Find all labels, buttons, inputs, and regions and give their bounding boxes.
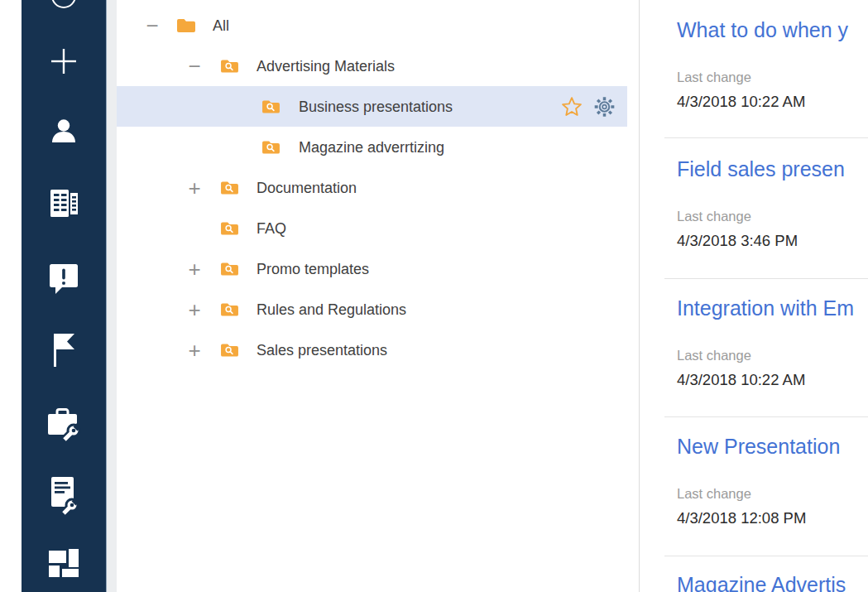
last-change-label: Last change: [677, 209, 751, 224]
article-title-link[interactable]: What to do when y: [677, 18, 848, 42]
article-divider: [664, 137, 868, 138]
dashboard-tiles-icon[interactable]: [48, 548, 79, 578]
settings-gear-icon[interactable]: [593, 95, 616, 118]
last-change-label: Last change: [677, 486, 751, 502]
folder-search-icon: [261, 99, 281, 114]
last-change-value: 4/3/2018 10:22 AM: [677, 93, 805, 111]
article-divider: [664, 278, 868, 279]
folder-tree: − All − Advertising Materials Business p…: [117, 0, 627, 389]
catalog-icon[interactable]: [48, 187, 79, 220]
contact-icon[interactable]: [50, 116, 78, 144]
feedback-bubble-icon[interactable]: [48, 262, 79, 296]
article-divider: [664, 416, 868, 417]
collapse-icon[interactable]: −: [185, 57, 204, 75]
tree-node-magazine-adverrtizing[interactable]: Magazine adverrtizing: [117, 127, 627, 167]
tree-node-label: All: [213, 17, 229, 34]
last-change-label: Last change: [677, 70, 751, 85]
tree-node-label: Rules and Regulations: [257, 301, 406, 318]
article-title-link[interactable]: Integration with Em: [677, 296, 854, 320]
folder-search-icon: [220, 301, 239, 317]
tree-node-all[interactable]: − All: [117, 5, 627, 46]
article-list: What to do when y Last change 4/3/2018 1…: [640, 0, 868, 592]
article-title-link[interactable]: New Presentation: [677, 435, 840, 459]
add-icon[interactable]: [50, 48, 77, 75]
folder-search-icon: [220, 58, 239, 74]
last-change-value: 4/3/2018 12:08 PM: [677, 509, 806, 527]
tree-node-advertising-materials[interactable]: − Advertising Materials: [117, 46, 627, 86]
tree-node-label: FAQ: [257, 219, 286, 237]
tree-node-label: Business presentations: [299, 98, 453, 115]
folder-search-icon: [220, 261, 239, 277]
tree-node-documentation[interactable]: + Documentation: [117, 167, 627, 208]
folder-search-icon: [220, 180, 239, 195]
folder-search-icon: [220, 342, 239, 358]
collapse-icon[interactable]: −: [143, 17, 161, 35]
tree-node-promo-templates[interactable]: + Promo templates: [117, 248, 627, 289]
folder-icon: [176, 17, 196, 34]
expand-icon[interactable]: +: [185, 341, 204, 359]
expand-icon[interactable]: +: [185, 179, 204, 197]
tree-node-rules-and-regulations[interactable]: + Rules and Regulations: [117, 289, 627, 330]
folder-search-icon: [261, 139, 281, 155]
tree-scroll-gutter[interactable]: [106, 0, 117, 592]
flag-icon[interactable]: [51, 333, 76, 368]
tree-node-label: Documentation: [257, 179, 357, 196]
tree-node-label: Advertising Materials: [257, 57, 395, 75]
folder-search-icon: [220, 220, 239, 236]
expand-icon[interactable]: +: [185, 260, 204, 278]
favorite-star-icon[interactable]: [561, 96, 583, 118]
tree-node-label: Promo templates: [257, 260, 369, 277]
tree-node-business-presentations[interactable]: Business presentations: [117, 86, 627, 127]
document-setup-icon[interactable]: [48, 475, 79, 515]
toolbox-wrench-icon[interactable]: [46, 407, 81, 441]
article-title-link[interactable]: Field sales presen: [677, 157, 845, 181]
tree-node-label: Magazine adverrtizing: [299, 138, 444, 156]
last-change-label: Last change: [677, 348, 751, 363]
tree-node-label: Sales presentations: [257, 341, 387, 359]
article-divider: [664, 556, 868, 556]
tree-node-faq[interactable]: FAQ: [117, 208, 627, 248]
article-title-link[interactable]: Magazine Advertis: [677, 573, 846, 592]
app-sidebar: [22, 0, 106, 592]
tree-node-sales-presentations[interactable]: + Sales presentations: [117, 330, 627, 370]
avatar-circle-icon[interactable]: [51, 0, 76, 8]
expand-icon[interactable]: +: [185, 301, 204, 319]
last-change-value: 4/3/2018 10:22 AM: [677, 371, 805, 389]
last-change-value: 4/3/2018 3:46 PM: [677, 232, 798, 250]
